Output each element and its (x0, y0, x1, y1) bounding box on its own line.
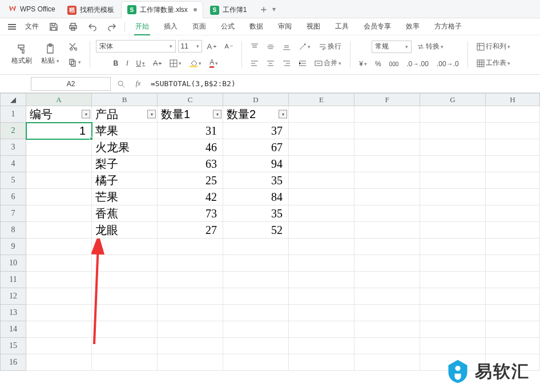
percent-button[interactable]: % (372, 58, 384, 70)
cell[interactable] (420, 222, 486, 239)
cell[interactable] (420, 321, 486, 338)
align-middle-button[interactable] (264, 41, 277, 52)
cell[interactable] (486, 255, 540, 272)
cell[interactable]: 香蕉 (92, 205, 158, 222)
cell[interactable] (420, 205, 486, 222)
cell[interactable]: 67 (223, 139, 289, 156)
row-header[interactable]: 10 (1, 255, 26, 272)
cell[interactable] (223, 255, 289, 272)
fx-button[interactable]: fx (131, 77, 145, 91)
cell[interactable] (26, 305, 92, 321)
row-header[interactable]: 5 (1, 172, 26, 189)
cell[interactable] (420, 139, 486, 156)
cell[interactable] (92, 288, 158, 305)
cell[interactable] (92, 305, 158, 321)
col-header-A[interactable]: A (26, 94, 92, 106)
cell[interactable] (158, 305, 223, 321)
font-color-button[interactable]: A▾ (207, 56, 221, 70)
cell[interactable] (26, 338, 92, 354)
increase-font-button[interactable]: A+ (204, 41, 220, 52)
cell[interactable] (420, 239, 486, 255)
cell[interactable] (289, 239, 354, 255)
cell[interactable]: 芒果 (92, 189, 158, 205)
cell[interactable] (420, 172, 486, 189)
cell[interactable]: 编号 (26, 106, 92, 123)
ribbon-tab-insert[interactable]: 插入 (157, 19, 184, 34)
cell[interactable] (26, 239, 92, 255)
cell[interactable]: 火龙果 (92, 139, 158, 156)
formula-input[interactable] (148, 77, 538, 91)
merge-button[interactable]: 合并▾ (312, 56, 344, 70)
cell[interactable] (486, 272, 540, 288)
cell[interactable]: 数量2 (223, 106, 289, 123)
cell[interactable] (289, 189, 354, 205)
cell[interactable] (289, 139, 354, 156)
cell[interactable] (26, 222, 92, 239)
select-all-corner[interactable]: ◢ (1, 94, 26, 106)
cell[interactable] (486, 338, 540, 354)
decrease-decimal-button[interactable]: .0→.00 (404, 58, 432, 70)
col-header-C[interactable]: C (158, 94, 223, 106)
row-header[interactable]: 12 (1, 288, 26, 305)
row-header[interactable]: 15 (1, 338, 26, 354)
paste-button[interactable]: 粘贴 ▾ (38, 43, 63, 66)
cell[interactable]: 37 (223, 123, 289, 139)
cell[interactable] (26, 139, 92, 156)
cell[interactable] (486, 321, 540, 338)
ribbon-tab-tools[interactable]: 工具 (328, 19, 356, 34)
cell[interactable] (354, 222, 420, 239)
ribbon-tab-view[interactable]: 视图 (300, 19, 327, 34)
col-header-G[interactable]: G (420, 94, 486, 106)
ribbon-tab-review[interactable]: 审阅 (271, 19, 299, 34)
font-size-select[interactable]: 11▾ (178, 40, 202, 52)
cell[interactable] (420, 288, 486, 305)
cell[interactable] (354, 123, 420, 139)
cell-selected[interactable]: 1 (26, 123, 92, 139)
col-header-E[interactable]: E (289, 94, 354, 106)
cell[interactable] (223, 239, 289, 255)
col-header-F[interactable]: F (354, 94, 420, 106)
align-center-button[interactable] (264, 58, 277, 69)
orientation-button[interactable]: ▾ (296, 41, 313, 52)
qat-save[interactable] (45, 20, 63, 34)
cell[interactable] (354, 338, 420, 354)
cell[interactable] (354, 272, 420, 288)
cell[interactable] (26, 272, 92, 288)
cell[interactable]: 73 (158, 205, 223, 222)
row-header[interactable]: 2 (1, 123, 26, 139)
cell[interactable] (223, 338, 289, 354)
font-family-select[interactable]: 宋体▾ (96, 40, 176, 52)
tab-templates[interactable]: 稻 找稻壳模板 (62, 2, 120, 18)
row-header[interactable]: 11 (1, 272, 26, 288)
number-format-select[interactable]: 常规▾ (372, 41, 412, 53)
row-header[interactable]: 8 (1, 222, 26, 239)
strike-button[interactable]: A▾ (150, 58, 164, 69)
cell[interactable] (354, 255, 420, 272)
cell[interactable] (26, 189, 92, 205)
cell[interactable] (92, 338, 158, 354)
cell[interactable]: 产品 (92, 106, 158, 123)
cell[interactable]: 27 (158, 222, 223, 239)
cell[interactable] (354, 288, 420, 305)
cell[interactable] (223, 321, 289, 338)
fill-color-button[interactable]: ▾ (187, 58, 204, 69)
convert-button[interactable]: 转换▾ (414, 40, 446, 53)
cell[interactable] (289, 156, 354, 172)
cell[interactable]: 35 (223, 172, 289, 189)
new-tab-button[interactable]: ＋ (256, 2, 271, 17)
comma-button[interactable]: 000 (386, 59, 402, 69)
tab-workbook-active[interactable]: S 工作簿数量.xlsx (121, 1, 203, 18)
increase-decimal-button[interactable]: .00→.0 (434, 58, 462, 70)
cell[interactable]: 数量1 (158, 106, 223, 123)
fill-handle[interactable] (90, 137, 93, 140)
cell[interactable] (420, 189, 486, 205)
menu-file[interactable]: 文件 (21, 19, 43, 34)
cell[interactable] (486, 106, 540, 123)
cell[interactable] (289, 321, 354, 338)
ribbon-tab-data[interactable]: 数据 (243, 19, 270, 34)
cell[interactable] (354, 239, 420, 255)
cell[interactable] (92, 239, 158, 255)
cell[interactable] (158, 321, 223, 338)
ribbon-tab-formula[interactable]: 公式 (214, 19, 241, 34)
currency-button[interactable]: ¥▾ (356, 58, 370, 70)
